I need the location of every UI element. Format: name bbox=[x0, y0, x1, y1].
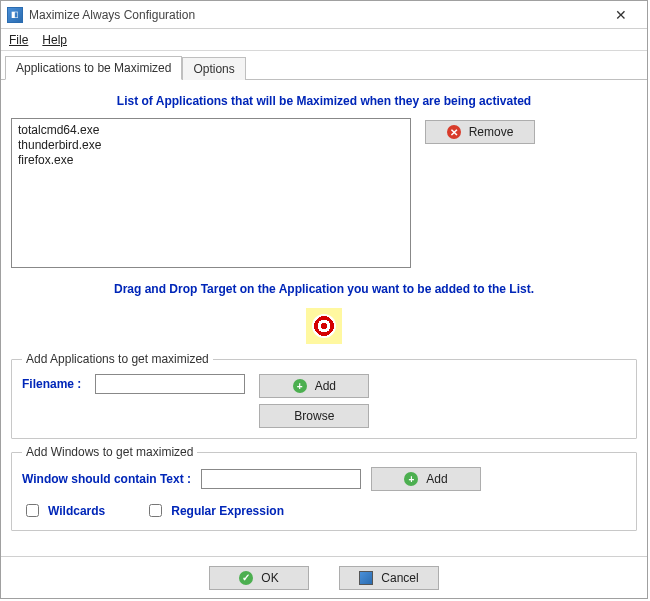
wildcards-label: Wildcards bbox=[48, 504, 105, 518]
regex-label: Regular Expression bbox=[171, 504, 284, 518]
check-icon: ✓ bbox=[239, 571, 253, 585]
applications-listbox[interactable]: totalcmd64.exethunderbird.exefirefox.exe bbox=[11, 118, 411, 268]
remove-label: Remove bbox=[469, 125, 514, 139]
filename-label: Filename : bbox=[22, 374, 81, 391]
window-text-label: Window should contain Text : bbox=[22, 472, 191, 486]
list-row: totalcmd64.exethunderbird.exefirefox.exe… bbox=[11, 118, 637, 268]
heading-drag: Drag and Drop Target on the Application … bbox=[11, 282, 637, 296]
drag-target-box bbox=[306, 308, 342, 344]
titlebar: ◧ Maximize Always Configuration ✕ bbox=[1, 1, 647, 29]
ok-button[interactable]: ✓ OK bbox=[209, 566, 309, 590]
app-icon: ◧ bbox=[7, 7, 23, 23]
tab-content: List of Applications that will be Maximi… bbox=[1, 80, 647, 556]
add-window-label: Add bbox=[426, 472, 447, 486]
tab-applications[interactable]: Applications to be Maximized bbox=[5, 56, 182, 80]
cancel-button[interactable]: Cancel bbox=[339, 566, 439, 590]
window-text-input[interactable] bbox=[201, 469, 361, 489]
exit-icon bbox=[359, 571, 373, 585]
menu-file[interactable]: File bbox=[9, 33, 28, 47]
target-icon[interactable] bbox=[312, 314, 336, 338]
fs2-legend: Add Windows to get maximized bbox=[22, 445, 197, 459]
list-item[interactable]: totalcmd64.exe bbox=[18, 123, 404, 138]
list-item[interactable]: thunderbird.exe bbox=[18, 138, 404, 153]
fs1-legend: Add Applications to get maximized bbox=[22, 352, 213, 366]
fieldset-add-applications: Add Applications to get maximized Filena… bbox=[11, 352, 637, 439]
add-app-label: Add bbox=[315, 379, 336, 393]
add-window-button[interactable]: + Add bbox=[371, 467, 481, 491]
remove-icon: ✕ bbox=[447, 125, 461, 139]
regex-checkbox-input[interactable] bbox=[149, 504, 162, 517]
list-item[interactable]: firefox.exe bbox=[18, 153, 404, 168]
menu-help[interactable]: Help bbox=[42, 33, 67, 47]
heading-list: List of Applications that will be Maximi… bbox=[11, 94, 637, 108]
tab-strip: Applications to be Maximized Options bbox=[1, 55, 647, 80]
cancel-label: Cancel bbox=[381, 571, 418, 585]
plus-icon: + bbox=[293, 379, 307, 393]
window-title: Maximize Always Configuration bbox=[29, 8, 601, 22]
menubar: File Help bbox=[1, 29, 647, 51]
plus-icon: + bbox=[404, 472, 418, 486]
browse-button[interactable]: Browse bbox=[259, 404, 369, 428]
filename-input[interactable] bbox=[95, 374, 245, 394]
browse-label: Browse bbox=[294, 409, 334, 423]
wildcards-checkbox[interactable]: Wildcards bbox=[22, 501, 105, 520]
regex-checkbox[interactable]: Regular Expression bbox=[145, 501, 284, 520]
ok-label: OK bbox=[261, 571, 278, 585]
add-app-button[interactable]: + Add bbox=[259, 374, 369, 398]
footer: ✓ OK Cancel bbox=[1, 556, 647, 598]
app-window: ◧ Maximize Always Configuration ✕ File H… bbox=[0, 0, 648, 599]
close-button[interactable]: ✕ bbox=[601, 3, 641, 27]
wildcards-checkbox-input[interactable] bbox=[26, 504, 39, 517]
tab-options[interactable]: Options bbox=[182, 57, 245, 80]
remove-button[interactable]: ✕ Remove bbox=[425, 120, 535, 144]
fieldset-add-windows: Add Windows to get maximized Window shou… bbox=[11, 445, 637, 531]
